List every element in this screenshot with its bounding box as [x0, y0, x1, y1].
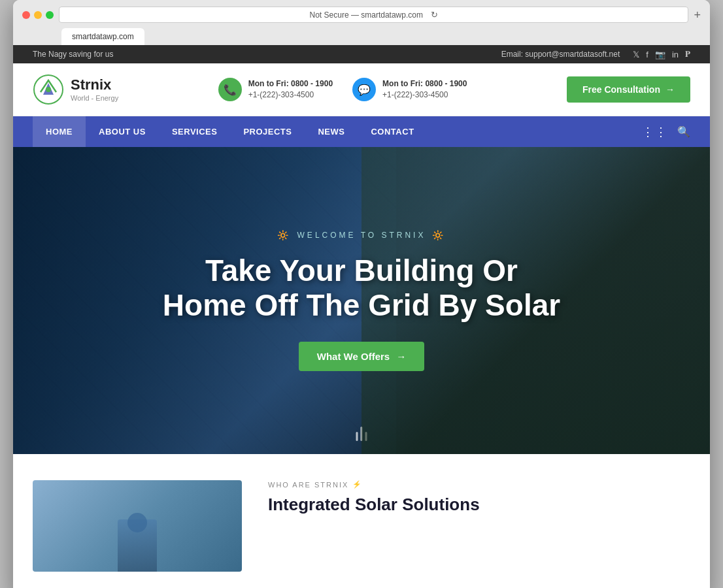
chat-icon: 💬 — [352, 78, 376, 101]
close-button[interactable] — [22, 11, 30, 19]
lightning-icon: ⚡ — [352, 480, 363, 489]
nav-right: ⋮⋮ 🔍 — [642, 125, 690, 139]
logo-icon — [33, 74, 64, 105]
solar-icon-right: 🔆 — [432, 230, 446, 240]
nav-item-projects[interactable]: PROJECTS — [230, 116, 305, 147]
hero-section: 🔆 WELCOME TO STRNIX 🔆 Take Your Building… — [13, 147, 710, 454]
twitter-icon[interactable]: 𝕏 — [633, 50, 639, 59]
person-head — [127, 513, 147, 532]
logo-text: Strnix World - Energy — [71, 76, 118, 103]
about-title: Integrated Solar Solutions — [268, 494, 690, 516]
about-section: WHO ARE STRNIX ⚡ Integrated Solar Soluti… — [13, 454, 710, 588]
site-wrapper: The Nagy saving for us Email: support@sm… — [13, 45, 710, 588]
phone-detail: Mon to Fri: 0800 - 1900 +1-(222)-303-450… — [248, 78, 333, 101]
site-header: Strnix World - Energy 📞 Mon to Fri: 0800… — [13, 63, 710, 116]
nav-more-button[interactable]: ⋮⋮ — [642, 125, 668, 139]
about-image — [33, 480, 242, 572]
pinterest-icon[interactable]: 𝐏 — [685, 49, 690, 59]
solar-icon-left: 🔆 — [277, 230, 291, 240]
contact-info: 📞 Mon to Fri: 0800 - 1900 +1-(222)-303-4… — [218, 78, 467, 101]
nav-item-about[interactable]: ABOUT US — [86, 116, 159, 147]
linkedin-icon[interactable]: in — [672, 50, 679, 59]
top-bar: The Nagy saving for us Email: support@sm… — [13, 45, 710, 63]
browser-chrome: Not Secure — smartdatawp.com ↻ + smartda… — [13, 0, 710, 45]
nav-item-home[interactable]: HOME — [33, 116, 86, 147]
main-nav: HOME ABOUT US SERVICES PROJECTS NEWS CON… — [13, 116, 710, 147]
reload-button[interactable]: ↻ — [431, 10, 438, 20]
section-tag: WHO ARE STRNIX ⚡ — [268, 480, 690, 489]
nav-item-contact[interactable]: CONTACT — [358, 116, 427, 147]
nav-links: HOME ABOUT US SERVICES PROJECTS NEWS CON… — [33, 116, 428, 147]
instagram-icon[interactable]: 📷 — [655, 50, 665, 59]
about-text: WHO ARE STRNIX ⚡ Integrated Solar Soluti… — [268, 480, 690, 516]
hero-title: Take Your Building Or Home Off The Grid … — [163, 253, 560, 323]
phone-icon: 📞 — [218, 78, 242, 101]
chat-contact: 💬 Mon to Fri: 0800 - 1900 +1-(222)-303-4… — [352, 78, 467, 101]
nav-item-news[interactable]: NEWS — [305, 116, 358, 147]
security-warning: Not Secure — smartdatawp.com — [310, 10, 423, 20]
facebook-icon[interactable]: f — [646, 50, 648, 59]
new-tab-button[interactable]: + — [694, 9, 701, 21]
site-tagline: The Nagy saving for us — [33, 50, 113, 59]
free-consultation-button[interactable]: Free Consultation → — [567, 76, 690, 103]
logo-area: Strnix World - Energy — [33, 74, 118, 105]
minimize-button[interactable] — [34, 11, 42, 19]
maximize-button[interactable] — [46, 11, 54, 19]
what-we-offers-button[interactable]: What We Offers → — [299, 342, 424, 371]
tab-bar: smartdatawp.com — [22, 28, 701, 45]
active-tab[interactable]: smartdatawp.com — [61, 28, 144, 45]
search-button[interactable]: 🔍 — [677, 125, 690, 138]
logo-sub: World - Energy — [71, 94, 118, 103]
title-bar: Not Secure — smartdatawp.com ↻ + — [22, 7, 701, 23]
hero-content: 🔆 WELCOME TO STRNIX 🔆 Take Your Building… — [13, 147, 710, 454]
phone-contact: 📞 Mon to Fri: 0800 - 1900 +1-(222)-303-4… — [218, 78, 333, 101]
svg-point-1 — [46, 87, 51, 92]
logo-name: Strnix — [71, 76, 118, 93]
address-bar[interactable]: Not Secure — smartdatawp.com ↻ — [59, 7, 688, 23]
hero-cta-label: What We Offers — [317, 351, 390, 362]
email-info: Email: support@smartdatasoft.net — [501, 50, 620, 59]
browser-window: Not Secure — smartdatawp.com ↻ + smartda… — [13, 0, 710, 588]
social-icons: 𝕏 f 📷 in 𝐏 — [633, 49, 690, 59]
hero-cta-arrow: → — [396, 351, 406, 362]
hero-subtitle: 🔆 WELCOME TO STRNIX 🔆 — [277, 230, 446, 240]
traffic-lights — [22, 11, 54, 19]
nav-item-services[interactable]: SERVICES — [159, 116, 231, 147]
chat-detail: Mon to Fri: 0800 - 1900 +1-(222)-303-450… — [382, 78, 467, 101]
